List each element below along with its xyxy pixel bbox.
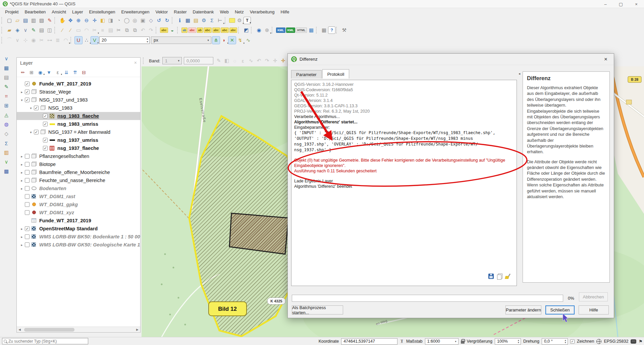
- remove-layer-icon[interactable]: ⊟: [80, 69, 87, 76]
- snapping-magnet-icon[interactable]: U: [74, 36, 83, 44]
- kml-import-icon[interactable]: KML: [286, 27, 296, 33]
- crs-value[interactable]: EPSG:25832: [604, 339, 628, 344]
- extent-toggle-icon[interactable]: ✂: [399, 339, 405, 343]
- edit-parameters-button[interactable]: Parameter ändern: [505, 305, 541, 314]
- vector-tool-icon-3[interactable]: ▤: [2, 73, 10, 81]
- expander-icon[interactable]: ▸: [19, 243, 25, 247]
- vector-tool-icon-10[interactable]: Σ: [2, 139, 10, 147]
- layer-visibility-checkbox[interactable]: ✓: [34, 130, 39, 134]
- menu-hilfe[interactable]: Hilfe: [277, 9, 292, 15]
- vector-tool-icon-5[interactable]: ⌗: [2, 92, 10, 100]
- scroll-left-icon[interactable]: ◀: [17, 328, 22, 331]
- layer-visibility-checkbox[interactable]: [25, 210, 30, 215]
- layer-visibility-checkbox[interactable]: ✓: [43, 146, 48, 151]
- kml-export-icon[interactable]: KML: [276, 27, 285, 33]
- layer-row-nsg-1983[interactable]: ▾✓NSG_1983: [17, 104, 140, 112]
- text-annotation-icon[interactable]: T▾: [244, 17, 251, 24]
- raster-erase-icon[interactable]: ◌: [231, 57, 239, 65]
- pan-map-icon[interactable]: ✋: [58, 16, 66, 24]
- layer-row-funde-wt-2017-2019[interactable]: Funde_WT_2017_2019: [17, 217, 140, 225]
- layer-row-nsg-1937-flaeche[interactable]: ✓nsg_1937_flaeche: [17, 144, 140, 152]
- layer-visibility-checkbox[interactable]: ✓: [25, 81, 30, 86]
- menu-einstellungen[interactable]: Einstellungen: [86, 9, 118, 15]
- layer-visibility-checkbox[interactable]: ✓: [25, 98, 30, 102]
- tools-icon[interactable]: ⚒: [340, 26, 348, 34]
- snapping-unit-combo[interactable]: px▾: [151, 37, 211, 44]
- copy-log-icon[interactable]: [497, 275, 501, 280]
- layer-visibility-checkbox[interactable]: ✓: [43, 138, 48, 142]
- redo-icon[interactable]: ↷: [147, 26, 155, 34]
- fill-ring-icon[interactable]: ≣: [54, 36, 62, 44]
- trace-offset-icon[interactable]: ∿: [244, 36, 252, 44]
- expander-icon[interactable]: ▸: [19, 90, 25, 94]
- scroll-thumb[interactable]: [24, 328, 74, 332]
- layer-row-bodenarten[interactable]: ▸Bodenarten: [17, 184, 140, 192]
- plugin-icon[interactable]: ⊛▾: [263, 26, 271, 34]
- reshape-icon[interactable]: ⊶: [46, 36, 54, 44]
- move-feature-icon[interactable]: ≡: [99, 26, 107, 34]
- band-combo[interactable]: 1▾: [162, 57, 182, 64]
- expander-icon[interactable]: ▸: [19, 163, 25, 166]
- layer-visibility-checkbox[interactable]: ✓: [25, 90, 30, 94]
- save-edits-icon[interactable]: ▭: [74, 26, 83, 34]
- toggle-editing-icon[interactable]: ⁄: [66, 26, 74, 34]
- minimize-button[interactable]: –: [598, 0, 613, 8]
- layer-panel-scrollbar[interactable]: ◀ ▶: [17, 327, 140, 332]
- snapping-tolerance-spin[interactable]: 20▲▼: [99, 37, 150, 44]
- dialog-title-bar[interactable]: Q Differenz ×: [288, 54, 614, 65]
- zoom-native-icon[interactable]: ◔: [115, 16, 123, 24]
- save-log-icon[interactable]: [488, 274, 494, 279]
- menu-verarbeitung[interactable]: Verarbeitung: [247, 9, 278, 15]
- expander-icon[interactable]: ▸: [19, 187, 25, 190]
- coordinate-value[interactable]: 474641,5397147: [341, 338, 397, 345]
- messages-icon[interactable]: ⋯: [631, 339, 636, 344]
- grid-icon[interactable]: ▦: [307, 26, 315, 34]
- open-table-icon[interactable]: ▤: [192, 16, 200, 24]
- options-icon[interactable]: ⚙▾: [235, 16, 244, 24]
- move-feature2-icon[interactable]: ◉: [30, 36, 38, 44]
- expand-all-icon[interactable]: ⇊: [63, 69, 70, 76]
- split-features-icon[interactable]: ✂▾: [91, 26, 99, 34]
- database-icon[interactable]: ◩: [242, 26, 250, 34]
- layer-visibility-checkbox[interactable]: ✓: [43, 122, 48, 126]
- batch-process-button[interactable]: Als Batchprozess starten...: [292, 305, 343, 314]
- layer-visibility-checkbox[interactable]: ✓: [25, 226, 30, 231]
- log-output[interactable]: QGIS-Version: 3.16.2-HannoverQGIS-Codeve…: [291, 80, 517, 286]
- help-button[interactable]: Hilfe: [579, 305, 609, 314]
- new-3d-view-icon[interactable]: ◇: [147, 16, 155, 24]
- menu-projekt[interactable]: Projekt: [2, 9, 21, 15]
- menu-vektor[interactable]: Vektor: [152, 9, 171, 15]
- notifications-icon[interactable]: ⚑: [639, 339, 643, 344]
- raster-grid-icon[interactable]: ▦: [320, 26, 328, 34]
- layer-row-baumfreie-offene-moorbereiche[interactable]: ▸Baumfreie_offene_Moorbereiche: [17, 168, 140, 176]
- metasearch-icon[interactable]: ◉: [255, 26, 263, 34]
- layer-row-nsg-1937-und-1983[interactable]: ▾✓NSG_1937_und_1983: [17, 96, 140, 104]
- avoid-overlap-icon[interactable]: ◗▾: [220, 36, 228, 44]
- layer-row-wt-dgm1-xyz[interactable]: WT_DGM1_xyz: [17, 209, 140, 217]
- layer-visibility-checkbox[interactable]: ✓: [34, 106, 39, 110]
- layer-diagram-icon[interactable]: ◒: [168, 26, 176, 34]
- add-group-icon[interactable]: ⊞: [28, 69, 35, 76]
- new-virtual-layer-icon[interactable]: ◫: [46, 26, 54, 34]
- label-toolbar-icon-4[interactable]: abc: [204, 27, 212, 33]
- menu-ansicht[interactable]: Ansicht: [49, 9, 69, 15]
- circular-string-icon[interactable]: ⌒: [5, 36, 13, 44]
- label-toolbar-icon-1[interactable]: ab: [181, 27, 188, 33]
- filter-legend-icon[interactable]: ▼: [46, 69, 52, 76]
- expander-icon[interactable]: ▸: [19, 179, 25, 182]
- expander-icon[interactable]: ▸: [19, 227, 25, 231]
- rotation-spin[interactable]: 0,0 ° ▲▼: [542, 338, 568, 345]
- layer-visibility-checkbox[interactable]: [25, 194, 30, 199]
- shape-tool-icon[interactable]: ∨: [13, 36, 21, 44]
- copy-features-icon[interactable]: ⧉: [123, 26, 131, 34]
- locator-search[interactable]: [2, 338, 88, 344]
- layer-row-nsg-1983-umriss[interactable]: ✓nsg_1983_umriss: [17, 120, 140, 128]
- zoom-next-icon[interactable]: ◎: [131, 16, 139, 24]
- menu-web[interactable]: Web: [217, 9, 232, 15]
- refresh-icon[interactable]: ↺: [155, 16, 163, 24]
- raster-draw-icon[interactable]: ✎: [215, 57, 223, 65]
- offset-curve-icon[interactable]: ◠▾: [62, 36, 70, 44]
- maximize-button[interactable]: ▢: [613, 0, 629, 8]
- html-icon[interactable]: HTML: [296, 27, 307, 33]
- layer-row-openstreetmap-standard[interactable]: ▸✓OpenStreetMap Standard: [17, 225, 140, 233]
